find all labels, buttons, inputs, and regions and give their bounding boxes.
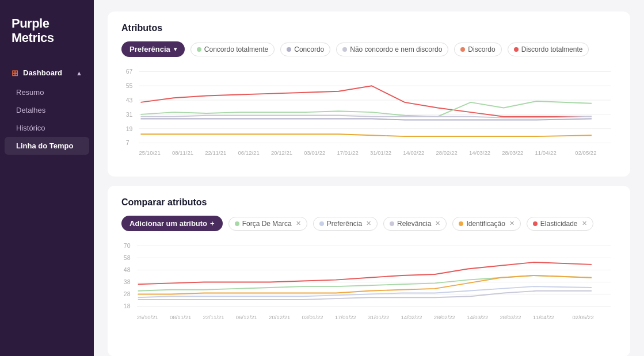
- atributos-section: Atributos Preferência ▾ Concordo totalme…: [108, 12, 630, 177]
- preferencia-dropdown[interactable]: Preferência ▾: [121, 41, 185, 57]
- dashboard-label: Dashboard: [23, 68, 62, 77]
- svg-text:20/12/21: 20/12/21: [271, 150, 292, 156]
- legend-concordo-totalmente: Concordo totalmente: [190, 43, 275, 56]
- main-content: Atributos Preferência ▾ Concordo totalme…: [94, 0, 644, 356]
- sidebar-item-resumo[interactable]: Resumo: [0, 83, 94, 101]
- detalhes-label: Detalhes: [16, 106, 45, 114]
- svg-text:70: 70: [124, 242, 131, 249]
- chevron-down-icon: ▾: [174, 46, 177, 52]
- svg-text:03/01/22: 03/01/22: [304, 150, 325, 156]
- svg-text:14/03/22: 14/03/22: [469, 150, 490, 156]
- svg-text:55: 55: [126, 82, 133, 89]
- svg-text:02/05/22: 02/05/22: [575, 150, 596, 156]
- comparar-chart: 70 58 48 38 28 18 25/10/21 08/11/21 22/1…: [121, 238, 616, 345]
- svg-text:03/01/22: 03/01/22: [302, 314, 323, 320]
- legend-nao-concordo: Não concordo e nem discordo: [336, 43, 448, 56]
- legend-dot-5: [514, 47, 519, 52]
- legend-dot-4: [460, 47, 465, 52]
- tag-preferencia: Preferência ✕: [313, 217, 378, 231]
- svg-text:7: 7: [126, 139, 129, 146]
- legend-discordo: Discordo: [454, 43, 501, 56]
- logo-line2: Metrics: [12, 30, 54, 45]
- sidebar: Purple Metrics ⊞ Dashboard ▲ Resumo Deta…: [0, 0, 94, 356]
- sidebar-item-detalhes[interactable]: Detalhes: [0, 101, 94, 119]
- svg-text:19: 19: [126, 125, 133, 132]
- tag-close-preferencia[interactable]: ✕: [366, 220, 371, 227]
- svg-text:31: 31: [126, 111, 133, 118]
- tag-close-relevancia[interactable]: ✕: [435, 220, 440, 227]
- tag-elasticidade: Elasticidade ✕: [527, 217, 593, 231]
- atributos-chart: 67 55 43 31 19 7 25/10/21 08/11/21 22/11…: [121, 64, 616, 165]
- app-logo: Purple Metrics: [0, 0, 94, 63]
- tag-dot-3: [390, 221, 394, 226]
- tag-relevancia: Relevância ✕: [383, 217, 447, 231]
- comparar-section: Comparar atributos Adicionar um atributo…: [108, 186, 630, 356]
- svg-text:43: 43: [126, 97, 133, 104]
- svg-text:58: 58: [124, 254, 131, 261]
- tag-dot-4: [459, 221, 463, 226]
- svg-text:17/01/22: 17/01/22: [335, 314, 356, 320]
- dropdown-label: Preferência: [129, 45, 170, 53]
- svg-text:22/11/21: 22/11/21: [205, 150, 226, 156]
- svg-text:06/12/21: 06/12/21: [238, 150, 260, 156]
- atributos-filters: Preferência ▾ Concordo totalmente Concor…: [121, 41, 616, 57]
- svg-text:18: 18: [124, 303, 131, 309]
- tag-close-forca[interactable]: ✕: [296, 220, 301, 227]
- dashboard-icon: ⊞: [12, 68, 18, 78]
- svg-text:28: 28: [124, 290, 131, 297]
- historico-label: Histórico: [16, 124, 45, 132]
- legend-dot-1: [197, 47, 201, 52]
- svg-text:28/02/22: 28/02/22: [434, 314, 455, 320]
- svg-text:28/03/22: 28/03/22: [500, 314, 521, 320]
- sidebar-item-dashboard[interactable]: ⊞ Dashboard ▲: [0, 63, 94, 83]
- logo-line1: Purple: [12, 16, 49, 30]
- svg-text:22/11/21: 22/11/21: [203, 314, 224, 320]
- tag-dot-1: [235, 221, 239, 226]
- svg-text:17/01/22: 17/01/22: [337, 150, 359, 156]
- svg-text:31/01/22: 31/01/22: [370, 150, 391, 156]
- comparar-filters: Adicionar um atributo + Força De Marca ✕…: [121, 216, 616, 231]
- legend-concordo: Concordo: [280, 43, 330, 56]
- atributos-title: Atributos: [121, 23, 616, 33]
- svg-text:28/02/22: 28/02/22: [436, 150, 458, 156]
- tag-dot-5: [533, 221, 538, 226]
- svg-text:14/02/22: 14/02/22: [403, 150, 424, 156]
- sidebar-item-historico[interactable]: Histórico: [0, 119, 94, 137]
- legend-dot-2: [287, 47, 291, 52]
- svg-text:08/11/21: 08/11/21: [170, 314, 191, 320]
- svg-text:25/10/21: 25/10/21: [137, 314, 158, 320]
- sub-navigation: Resumo Detalhes Histórico Linha do Tempo: [0, 83, 94, 155]
- plus-icon: +: [210, 219, 215, 228]
- tag-dot-2: [319, 221, 324, 226]
- resumo-label: Resumo: [16, 88, 44, 97]
- svg-text:08/11/21: 08/11/21: [172, 150, 193, 156]
- svg-text:14/03/22: 14/03/22: [467, 314, 488, 320]
- tag-close-identificacao[interactable]: ✕: [509, 220, 515, 227]
- svg-text:11/04/22: 11/04/22: [535, 150, 557, 156]
- svg-text:20/12/21: 20/12/21: [269, 314, 290, 320]
- sidebar-nav: ⊞ Dashboard ▲ Resumo Detalhes Histórico …: [0, 63, 94, 356]
- tag-identificacao: Identificação ✕: [452, 217, 520, 231]
- svg-text:02/05/22: 02/05/22: [573, 314, 594, 320]
- svg-text:25/10/21: 25/10/21: [139, 150, 161, 156]
- sidebar-item-linha-do-tempo[interactable]: Linha do Tempo: [5, 137, 89, 155]
- svg-text:48: 48: [124, 266, 131, 273]
- add-button-label: Adicionar um atributo: [129, 219, 207, 228]
- chevron-up-icon: ▲: [76, 70, 82, 76]
- svg-text:38: 38: [124, 278, 131, 285]
- linha-label: Linha do Tempo: [16, 141, 73, 150]
- comparar-svg: 70 58 48 38 28 18 25/10/21 08/11/21 22/1…: [121, 238, 616, 343]
- svg-text:67: 67: [126, 68, 133, 75]
- tag-close-elasticidade[interactable]: ✕: [582, 220, 587, 227]
- atributos-svg: 67 55 43 31 19 7 25/10/21 08/11/21 22/11…: [121, 64, 616, 163]
- legend-discordo-totalmente: Discordo totalmente: [508, 43, 589, 56]
- legend-dot-3: [342, 47, 347, 52]
- svg-text:31/01/22: 31/01/22: [368, 314, 389, 320]
- svg-text:11/04/22: 11/04/22: [533, 314, 554, 320]
- comparar-title: Comparar atributos: [121, 197, 616, 208]
- add-atributo-button[interactable]: Adicionar um atributo +: [121, 216, 223, 231]
- svg-text:06/12/21: 06/12/21: [236, 314, 257, 320]
- svg-text:28/03/22: 28/03/22: [502, 150, 523, 156]
- tag-forca-de-marca: Força De Marca ✕: [228, 217, 307, 231]
- svg-text:14/02/22: 14/02/22: [401, 314, 422, 320]
